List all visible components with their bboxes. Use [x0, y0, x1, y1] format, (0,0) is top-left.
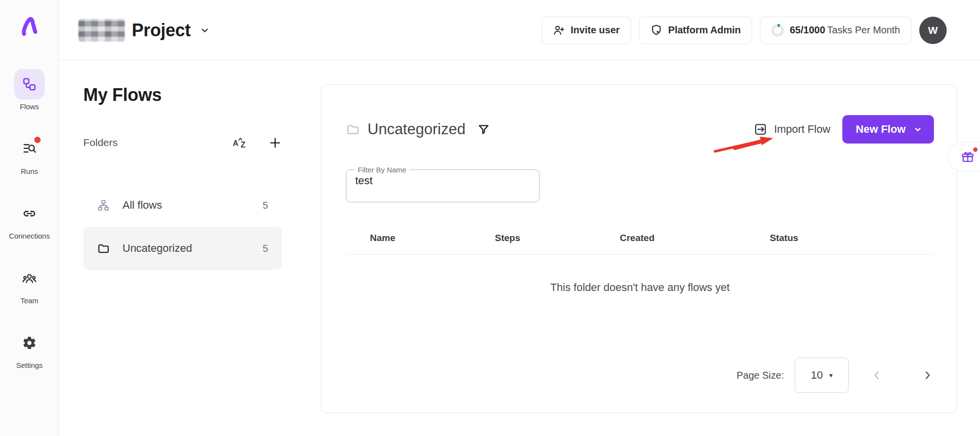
- add-folder-button[interactable]: [269, 136, 282, 149]
- tasks-unit-label: Tasks Per Month: [827, 24, 900, 35]
- sort-az-icon: AZ: [232, 136, 248, 149]
- chevron-right-icon: [921, 369, 934, 382]
- column-header-created: Created: [620, 233, 770, 243]
- svg-text:A: A: [233, 139, 239, 147]
- folder-count: 5: [263, 243, 268, 254]
- sidebar-item-settings[interactable]: Settings: [14, 328, 45, 369]
- plus-icon: [269, 136, 282, 149]
- redacted-project-name: [78, 19, 125, 42]
- column-header-name: Name: [370, 233, 495, 243]
- folder-row-all-flows[interactable]: All flows 5: [83, 184, 282, 227]
- folders-header: Folders AZ: [83, 136, 282, 149]
- workflow-icon: [14, 69, 45, 99]
- folders-panel: My Flows Folders AZ All flows 5 Uncatego…: [83, 85, 282, 270]
- tasks-quota-button[interactable]: 65/1000Tasks Per Month: [760, 17, 911, 44]
- notification-dot: [973, 147, 978, 152]
- user-plus-icon: [553, 24, 565, 36]
- network-icon: [97, 199, 110, 212]
- empty-state-message: This folder doesn't have any flows yet: [346, 281, 934, 294]
- folder-count: 5: [263, 200, 268, 211]
- folder-name: Uncategorized: [122, 242, 192, 255]
- platform-admin-label: Platform Admin: [668, 24, 741, 36]
- header-actions: Invite user Platform Admin 65/1000Tasks …: [541, 0, 947, 60]
- tasks-progress-ring: [771, 24, 784, 37]
- next-page-button[interactable]: [921, 369, 934, 382]
- funnel-icon: [477, 123, 490, 136]
- sidebar-item-label: Settings: [16, 361, 43, 369]
- shield-icon: [650, 24, 662, 36]
- page-size-label: Page Size:: [736, 370, 784, 381]
- pagination: Page Size: 10 ▾: [736, 358, 934, 393]
- link-icon: [14, 198, 45, 229]
- folder-icon: [346, 122, 360, 136]
- import-flow-label: Import Flow: [774, 123, 831, 136]
- sidebar-item-label: Team: [21, 296, 39, 305]
- platform-admin-button[interactable]: Platform Admin: [639, 17, 752, 44]
- page-size-value: 10: [811, 369, 823, 382]
- sidebar-item-label: Connections: [9, 232, 49, 240]
- sidebar-nav: Flows Runs Connections Team Setting: [0, 69, 59, 369]
- tasks-count: 65/1000: [790, 24, 825, 35]
- svg-text:Z: Z: [241, 141, 245, 149]
- sort-az-button[interactable]: AZ: [232, 136, 248, 149]
- filter-field-label: Filter By Name: [354, 166, 410, 173]
- chevron-left-icon: [870, 369, 883, 382]
- folders-heading: Folders: [83, 137, 118, 148]
- previous-page-button[interactable]: [870, 369, 883, 382]
- new-flow-label: New Flow: [856, 123, 906, 136]
- card-header: Uncategorized Import Flow New Flow: [346, 115, 934, 144]
- top-header: Project Invite user Platform Admin 65/10…: [59, 0, 980, 60]
- project-title: Project: [132, 20, 191, 41]
- folder-row-uncategorized[interactable]: Uncategorized 5: [83, 227, 282, 270]
- notification-dot: [34, 137, 41, 143]
- folder-name: All flows: [122, 199, 162, 212]
- app-logo-icon[interactable]: [21, 17, 38, 39]
- sidebar: Flows Runs Connections Team Setting: [0, 0, 59, 436]
- page-title: My Flows: [83, 85, 282, 105]
- avatar[interactable]: W: [919, 17, 947, 44]
- rewards-tab[interactable]: [947, 142, 980, 171]
- import-icon: [754, 122, 767, 136]
- table-header-row: Name Steps Created Status: [346, 233, 934, 255]
- folder-list: All flows 5 Uncategorized 5: [83, 184, 282, 270]
- flows-table-card: Uncategorized Import Flow New Flow Filte…: [321, 84, 957, 413]
- sidebar-item-label: Runs: [21, 167, 38, 175]
- import-flow-button[interactable]: Import Flow: [754, 122, 831, 136]
- project-switcher[interactable]: Project: [78, 0, 210, 60]
- column-header-status: Status: [770, 233, 934, 243]
- filter-by-name-field: Filter By Name: [346, 166, 539, 202]
- invite-user-label: Invite user: [571, 24, 620, 36]
- folder-icon: [97, 242, 110, 255]
- gear-icon: [14, 328, 45, 358]
- caret-down-icon: ▾: [829, 371, 833, 379]
- chevron-down-icon: [199, 25, 210, 36]
- new-flow-button[interactable]: New Flow: [842, 115, 934, 144]
- invite-user-button[interactable]: Invite user: [541, 17, 631, 44]
- card-folder-title: Uncategorized: [368, 121, 466, 138]
- column-header-steps: Steps: [495, 233, 620, 243]
- sidebar-item-label: Flows: [20, 102, 39, 111]
- team-icon: [14, 263, 45, 293]
- sidebar-item-team[interactable]: Team: [14, 263, 45, 305]
- list-search-icon: [14, 134, 45, 164]
- sidebar-item-flows[interactable]: Flows: [14, 69, 45, 111]
- page-size-select[interactable]: 10 ▾: [795, 358, 849, 393]
- filter-by-name-input[interactable]: [351, 173, 525, 193]
- sidebar-item-runs[interactable]: Runs: [14, 134, 45, 175]
- sidebar-item-connections[interactable]: Connections: [9, 198, 49, 240]
- filter-button[interactable]: [477, 123, 490, 136]
- gift-icon: [961, 150, 975, 164]
- card-header-actions: Import Flow New Flow: [754, 115, 934, 144]
- chevron-down-icon: [913, 125, 922, 134]
